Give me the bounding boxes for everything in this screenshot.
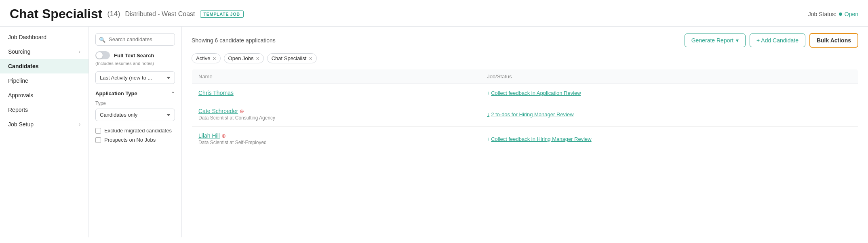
- filter-tag-close-open-jobs[interactable]: ×: [256, 56, 259, 61]
- candidate-name-cell: Chris Thomas: [192, 84, 481, 102]
- candidate-name-cell: Lilah Hill ⊕ Data Scientist at Self-Empl…: [192, 127, 481, 151]
- candidate-sub: Data Scientist at Self-Employed: [198, 140, 474, 145]
- add-candidate-button[interactable]: + Add Candidate: [750, 34, 805, 47]
- sidebar-item-reports[interactable]: Reports: [0, 103, 88, 117]
- page-title: Chat Specialist: [10, 6, 102, 21]
- arrow-down-icon: ↓: [487, 90, 489, 96]
- candidate-name-link[interactable]: Chris Thomas: [198, 90, 234, 96]
- full-text-search-toggle-row: Full Text Search: [95, 51, 175, 59]
- job-status: Job Status: Open: [808, 11, 858, 17]
- filter-panel: 🔍 Full Text Search (Includes resumes and…: [89, 27, 182, 237]
- candidate-name-link[interactable]: Lilah Hill: [198, 132, 220, 139]
- job-status-cell: ↓ Collect feedback in Application Review: [480, 84, 858, 102]
- candidate-name-row: Cate Schroeder ⊕: [198, 108, 474, 114]
- job-status-text: Collect feedback in Application Review: [491, 90, 581, 96]
- exclude-migrated-label: Exclude migrated candidates: [104, 128, 172, 134]
- full-text-search-sublabel: (Includes resumes and notes): [95, 61, 175, 66]
- bulk-actions-button[interactable]: Bulk Actions: [809, 33, 858, 48]
- exclude-migrated-checkbox[interactable]: [95, 128, 101, 134]
- generate-report-chevron-icon: ▾: [736, 37, 739, 44]
- header-left: Chat Specialist (14) Distributed - West …: [10, 6, 244, 21]
- sidebar-item-label: Approvals: [8, 92, 33, 98]
- exclude-migrated-row[interactable]: Exclude migrated candidates: [95, 128, 175, 134]
- sidebar-item-arrow-icon: ›: [79, 49, 80, 54]
- filter-tags: Active×Open Jobs×Chat Specialist×: [192, 53, 858, 63]
- filter-tag-label: Chat Specialist: [272, 55, 307, 61]
- status-dot: [839, 13, 842, 16]
- table-header-row: Name Job/Status: [192, 69, 858, 84]
- filter-tag-close-active[interactable]: ×: [213, 56, 216, 61]
- toggle-knob: [96, 52, 103, 59]
- col-job-status: Job/Status: [480, 69, 858, 84]
- candidate-name-row: Chris Thomas: [198, 90, 474, 96]
- content-header: Showing 6 candidate applications Generat…: [192, 33, 858, 48]
- generate-report-button[interactable]: Generate Report ▾: [685, 34, 746, 47]
- filter-tag-chat-specialist: Chat Specialist×: [267, 53, 317, 63]
- application-type-chevron[interactable]: ⌃: [171, 91, 175, 96]
- search-input[interactable]: [95, 33, 175, 46]
- sidebar-item-candidates[interactable]: Candidates: [0, 59, 88, 73]
- template-badge: TEMPLATE JOB: [200, 10, 244, 18]
- sidebar-item-label: Reports: [8, 107, 28, 113]
- sidebar-item-job-setup[interactable]: Job Setup›: [0, 117, 88, 132]
- generate-report-label: Generate Report: [691, 37, 733, 44]
- sidebar-item-arrow-icon: ›: [79, 122, 80, 127]
- candidates-tbody: Chris Thomas ↓ Collect feedback in Appli…: [192, 84, 858, 151]
- application-type-title: Application Type: [95, 90, 137, 96]
- main-layout: Job DashboardSourcing›CandidatesPipeline…: [0, 27, 868, 237]
- full-text-search-label: Full Text Search: [114, 52, 154, 59]
- sidebar-item-label: Job Dashboard: [8, 34, 46, 40]
- prospects-no-jobs-label: Prospects on No Jobs: [104, 137, 156, 143]
- sidebar-item-label: Candidates: [8, 63, 38, 69]
- sidebar-item-sourcing[interactable]: Sourcing›: [0, 44, 88, 59]
- candidates-table: Name Job/Status Chris Thomas ↓ Collect f…: [192, 69, 858, 151]
- job-status-link[interactable]: ↓ Collect feedback in Application Review: [487, 90, 851, 96]
- filter-tag-label: Open Jobs: [228, 55, 254, 61]
- type-label: Type: [95, 101, 175, 106]
- type-select[interactable]: Candidates only All Prospects only: [95, 109, 175, 121]
- candidate-count: (14): [107, 10, 120, 18]
- sidebar-item-label: Job Setup: [8, 121, 34, 128]
- warning-icon: ⊕: [240, 108, 244, 114]
- table-header: Name Job/Status: [192, 69, 858, 84]
- page-header: Chat Specialist (14) Distributed - West …: [0, 0, 868, 27]
- sidebar-item-job-dashboard[interactable]: Job Dashboard: [0, 30, 88, 44]
- bulk-actions-label: Bulk Actions: [817, 37, 851, 44]
- arrow-down-icon: ↓: [487, 136, 489, 142]
- candidate-name-link[interactable]: Cate Schroeder: [198, 108, 238, 114]
- sort-select[interactable]: Last Activity (new to ...: [95, 71, 175, 84]
- job-status-cell: ↓ Collect feedback in Hiring Manager Rev…: [480, 127, 858, 151]
- job-status-label: Job Status:: [808, 11, 836, 17]
- job-status-value: Open: [845, 11, 858, 17]
- col-name: Name: [192, 69, 481, 84]
- sidebar-item-label: Sourcing: [8, 48, 30, 55]
- job-status-text: Collect feedback in Hiring Manager Revie…: [491, 136, 592, 142]
- job-status-text: 2 to-dos for Hiring Manager Review: [491, 111, 573, 117]
- search-box: 🔍: [95, 33, 175, 46]
- prospects-no-jobs-row[interactable]: Prospects on No Jobs: [95, 137, 175, 143]
- table-row: Lilah Hill ⊕ Data Scientist at Self-Empl…: [192, 127, 858, 151]
- job-status-link[interactable]: ↓ Collect feedback in Hiring Manager Rev…: [487, 136, 851, 142]
- candidate-sub: Data Scientist at Consulting Agency: [198, 115, 474, 121]
- showing-text: Showing 6 candidate applications: [192, 37, 276, 44]
- warning-icon: ⊕: [221, 133, 226, 139]
- prospects-no-jobs-checkbox[interactable]: [95, 137, 101, 143]
- job-status-link[interactable]: ↓ 2 to-dos for Hiring Manager Review: [487, 111, 851, 117]
- candidate-name-row: Lilah Hill ⊕: [198, 132, 474, 139]
- full-text-search-toggle[interactable]: [95, 51, 110, 59]
- main-content: Showing 6 candidate applications Generat…: [182, 27, 868, 237]
- filter-tag-close-chat-specialist[interactable]: ×: [309, 56, 312, 61]
- application-type-section-header: Application Type ⌃: [95, 90, 175, 96]
- add-candidate-label: + Add Candidate: [756, 37, 798, 44]
- table-row: Cate Schroeder ⊕ Data Scientist at Consu…: [192, 102, 858, 127]
- sidebar-item-label: Pipeline: [8, 78, 28, 84]
- arrow-down-icon: ↓: [487, 111, 489, 117]
- sidebar-item-approvals[interactable]: Approvals: [0, 88, 88, 103]
- location-text: Distributed - West Coast: [125, 10, 195, 18]
- table-row: Chris Thomas ↓ Collect feedback in Appli…: [192, 84, 858, 102]
- action-buttons: Generate Report ▾ + Add Candidate Bulk A…: [685, 33, 858, 48]
- sidebar-nav: Job DashboardSourcing›CandidatesPipeline…: [0, 27, 89, 237]
- sidebar-item-pipeline[interactable]: Pipeline: [0, 73, 88, 88]
- search-icon: 🔍: [99, 36, 105, 42]
- job-status-cell: ↓ 2 to-dos for Hiring Manager Review: [480, 102, 858, 127]
